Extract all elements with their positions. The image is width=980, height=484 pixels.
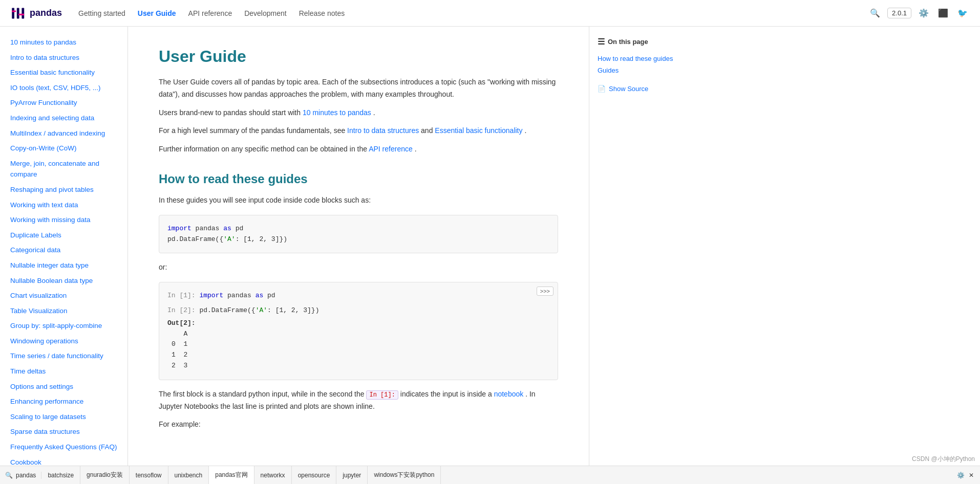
intro-para1: The User Guide covers all of pandas by t… (159, 76, 558, 101)
browser-tab-opensource[interactable]: opensource (292, 466, 337, 485)
section2-title: How to read these guides (159, 172, 558, 186)
sidebar-item-3[interactable]: IO tools (text, CSV, HDF5, ...) (0, 80, 127, 96)
browser-tab-gnuradio[interactable]: gnuradio安装 (80, 466, 130, 485)
navbar-logo[interactable]: pandas (10, 7, 62, 19)
code-line-1: import pandas as pd (167, 224, 549, 234)
for-example-text: For example: (159, 419, 558, 431)
search-icon[interactable]: 🔍 (868, 6, 882, 20)
browser-search: 🔍 pandas (0, 472, 41, 479)
nav-getting-started[interactable]: Getting started (78, 9, 125, 17)
inline-code-label: In [1]: (366, 390, 398, 400)
navbar: pandas Getting started User Guide API re… (0, 0, 980, 27)
jupyter-in1: In [1]: import pandas as pd (167, 291, 549, 301)
sidebar-item-22[interactable]: Options and settings (0, 379, 127, 394)
navbar-links: Getting started User Guide API reference… (78, 9, 345, 17)
svg-rect-1 (17, 8, 19, 18)
pandas-logo-icon (10, 7, 27, 19)
sidebar-item-1[interactable]: Intro to data structures (0, 50, 127, 65)
svg-rect-4 (18, 13, 24, 15)
sidebar-item-10[interactable]: Working with text data (0, 197, 127, 213)
watermark: CSDN @小坤的Python (912, 455, 975, 464)
github-icon[interactable]: ⬛ (936, 6, 950, 20)
browser-tab-pandas[interactable]: pandas官网 (209, 466, 254, 485)
browser-tab-tensorflow[interactable]: tensoflow (130, 466, 168, 485)
sidebar-item-18[interactable]: Group by: split-apply-combine (0, 318, 127, 334)
sidebar-item-9[interactable]: Reshaping and pivot tables (0, 182, 127, 197)
sidebar-item-15[interactable]: Nullable Boolean data type (0, 273, 127, 289)
sidebar-item-21[interactable]: Time deltas (0, 364, 127, 379)
code-block-2: >>> In [1]: import pandas as pd In [2]: … (159, 282, 558, 380)
nav-release-notes[interactable]: Release notes (299, 9, 345, 17)
jupyter-in2: In [2]: pd.DataFrame({'A': [1, 2, 3]}) (167, 305, 549, 316)
on-this-page-title: ☰ On this page (598, 37, 693, 47)
settings-icon[interactable]: ⚙️ (917, 6, 931, 20)
sidebar-item-24[interactable]: Scaling to large datasets (0, 409, 127, 425)
link-essential[interactable]: Essential basic functionality (435, 126, 522, 135)
nav-user-guide[interactable]: User Guide (138, 9, 176, 17)
sidebar-item-19[interactable]: Windowing operations (0, 334, 127, 349)
browser-search-icon: 🔍 (5, 472, 13, 479)
svg-rect-2 (22, 8, 24, 18)
jupyter-out-data: A 0 1 1 2 2 3 (172, 329, 549, 371)
page-title: User Guide (159, 47, 558, 66)
sidebar-item-11[interactable]: Working with missing data (0, 212, 127, 228)
browser-tab-unixbench[interactable]: unixbench (168, 466, 209, 485)
version-dropdown[interactable]: 2.0.1 (887, 8, 911, 18)
nav-api-reference[interactable]: API reference (188, 9, 232, 17)
browser-tab-batchsize[interactable]: batchsize (41, 466, 80, 485)
browser-tab-windows-python[interactable]: windows下安装python (368, 466, 441, 485)
sidebar-item-12[interactable]: Duplicate Labels (0, 228, 127, 243)
link-intro-data[interactable]: Intro to data structures (347, 126, 419, 135)
nav-development[interactable]: Development (244, 9, 287, 17)
sidebar: 10 minutes to pandas Intro to data struc… (0, 27, 128, 484)
sidebar-item-5[interactable]: Indexing and selecting data (0, 111, 127, 126)
link-api-reference[interactable]: API reference (369, 145, 413, 153)
list-icon: ☰ (598, 37, 605, 47)
browser-tab-networkx[interactable]: networkx (254, 466, 292, 485)
sidebar-item-23[interactable]: Enhancing performance (0, 394, 127, 409)
navbar-right: 🔍 2.0.1 ⚙️ ⬛ 🐦 (868, 6, 970, 20)
or-text: or: (159, 261, 558, 274)
sidebar-item-7[interactable]: Copy-on-Write (CoW) (0, 141, 127, 156)
twitter-icon[interactable]: 🐦 (955, 6, 970, 20)
layout: 10 minutes to pandas Intro to data struc… (0, 27, 980, 484)
jupyter-expand-btn[interactable]: >>> (537, 287, 553, 296)
svg-rect-0 (12, 8, 14, 18)
browser-bar: 🔍 pandas batchsize gnuradio安装 tensoflow … (0, 466, 980, 484)
toc-item-0[interactable]: How to read these guides (598, 53, 693, 64)
browser-settings-icon[interactable]: ⚙️ (957, 472, 965, 479)
intro-para2: Users brand-new to pandas should start w… (159, 107, 558, 119)
browser-search-text: pandas (16, 472, 36, 479)
toc-item-1[interactable]: Guides (598, 64, 693, 76)
sidebar-item-26[interactable]: Frequently Asked Questions (FAQ) (0, 439, 127, 455)
show-source-btn[interactable]: 📄 Show Source (598, 85, 693, 93)
intro-para4: Further information on any specific meth… (159, 143, 558, 156)
intro-para3: For a high level summary of the pandas f… (159, 125, 558, 137)
sidebar-item-0[interactable]: 10 minutes to pandas (0, 35, 127, 50)
file-icon: 📄 (598, 85, 606, 93)
sidebar-item-17[interactable]: Table Visualization (0, 303, 127, 319)
para-after-code: The first block is a standard python inp… (159, 388, 558, 413)
sidebar-item-14[interactable]: Nullable integer data type (0, 258, 127, 273)
sidebar-item-13[interactable]: Categorical data (0, 243, 127, 258)
sidebar-item-6[interactable]: MultiIndex / advanced indexing (0, 126, 127, 141)
link-notebook[interactable]: notebook (494, 390, 524, 398)
browser-close-icon[interactable]: ✕ (969, 472, 974, 479)
main-content: User Guide The User Guide covers all of … (128, 27, 589, 484)
right-panel: ☰ On this page How to read these guides … (589, 27, 701, 484)
code-line-2: pd.DataFrame({'A': [1, 2, 3]}) (167, 234, 549, 245)
sidebar-item-8[interactable]: Merge, join, concatenate and compare (0, 156, 127, 182)
navbar-logo-text: pandas (30, 8, 62, 18)
section2-para: In these guides you will see input code … (159, 194, 558, 207)
navbar-left: pandas Getting started User Guide API re… (10, 7, 345, 19)
jupyter-out-label: Out[2]: (167, 318, 549, 329)
sidebar-item-20[interactable]: Time series / date functionality (0, 348, 127, 364)
svg-rect-3 (12, 10, 16, 12)
sidebar-item-16[interactable]: Chart visualization (0, 288, 127, 303)
link-10-minutes[interactable]: 10 minutes to pandas (303, 108, 371, 117)
sidebar-item-25[interactable]: Sparse data structures (0, 424, 127, 439)
sidebar-item-2[interactable]: Essential basic functionality (0, 65, 127, 80)
browser-tab-jupyter[interactable]: jupyter (336, 466, 368, 485)
sidebar-item-4[interactable]: PyArrow Functionality (0, 95, 127, 111)
browser-right: ⚙️ ✕ (951, 472, 980, 479)
